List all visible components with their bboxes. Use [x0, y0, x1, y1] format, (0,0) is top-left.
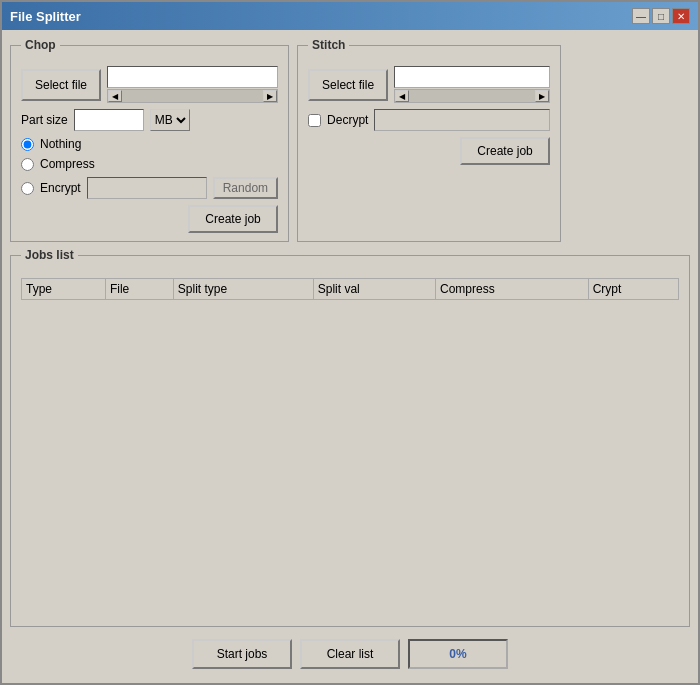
title-bar-buttons: — □ ✕ [632, 8, 690, 24]
stitch-select-file-button[interactable]: Select file [308, 69, 388, 101]
stitch-decrypt-row: Decrypt [308, 109, 550, 131]
stitch-scroll-left-icon[interactable]: ◀ [395, 90, 409, 102]
chop-file-path-container: ◀ ▶ [107, 66, 278, 103]
col-compress: Compress [436, 279, 589, 300]
chop-scroll-right-icon[interactable]: ▶ [263, 90, 277, 102]
chop-part-size-row: Part size MB KB GB [21, 109, 278, 131]
stitch-file-path-container: ◀ ▶ [394, 66, 550, 103]
chop-create-job-row: Create job [21, 205, 278, 233]
col-type: Type [22, 279, 106, 300]
close-button[interactable]: ✕ [672, 8, 690, 24]
radio-nothing[interactable] [21, 138, 34, 151]
radio-compress[interactable] [21, 158, 34, 171]
random-button[interactable]: Random [213, 177, 278, 199]
clear-list-button[interactable]: Clear list [300, 639, 400, 669]
minimize-button[interactable]: — [632, 8, 650, 24]
part-size-input[interactable] [74, 109, 144, 131]
radio-encrypt-row: Encrypt Random [21, 177, 278, 199]
main-window: File Splitter — □ ✕ Chop Select file [0, 0, 700, 685]
progress-display: 0% [408, 639, 508, 669]
radio-encrypt-label[interactable]: Encrypt [40, 181, 81, 195]
col-split-type: Split type [173, 279, 313, 300]
stitch-scroll-right-icon[interactable]: ▶ [535, 90, 549, 102]
chop-scroll-track [122, 90, 263, 102]
jobs-header-row: Type File Split type Split val Compress … [22, 279, 679, 300]
unit-select[interactable]: MB KB GB [150, 109, 190, 131]
chop-create-job-button[interactable]: Create job [188, 205, 278, 233]
col-split-val: Split val [313, 279, 435, 300]
radio-compress-label[interactable]: Compress [40, 157, 95, 171]
top-panels: Chop Select file ◀ ▶ [10, 38, 690, 242]
jobs-list-panel: Jobs list Type File Split type Split val… [10, 248, 690, 627]
radio-nothing-row: Nothing [21, 137, 278, 151]
stitch-inner: Select file ◀ ▶ Decry [308, 66, 550, 165]
bottom-bar: Start jobs Clear list 0% [10, 633, 690, 675]
main-content: Chop Select file ◀ ▶ [2, 30, 698, 683]
title-bar: File Splitter — □ ✕ [2, 2, 698, 30]
stitch-scrollbar[interactable]: ◀ ▶ [394, 89, 550, 103]
radio-compress-row: Compress [21, 157, 278, 171]
encrypt-password-input[interactable] [87, 177, 207, 199]
stitch-panel: Stitch Select file ◀ ▶ [297, 38, 561, 242]
chop-legend: Chop [21, 38, 60, 52]
chop-radio-group: Nothing Compress Encrypt Random [21, 137, 278, 199]
radio-nothing-label[interactable]: Nothing [40, 137, 81, 151]
jobs-table: Type File Split type Split val Compress … [21, 278, 679, 300]
chop-scroll-left-icon[interactable]: ◀ [108, 90, 122, 102]
col-crypt: Crypt [588, 279, 678, 300]
part-size-label: Part size [21, 113, 68, 127]
chop-file-path-input[interactable] [107, 66, 278, 88]
stitch-create-job-row: Create job [308, 137, 550, 165]
chop-file-row: Select file ◀ ▶ [21, 66, 278, 103]
stitch-create-job-button[interactable]: Create job [460, 137, 550, 165]
decrypt-password-input[interactable] [374, 109, 550, 131]
stitch-file-row: Select file ◀ ▶ [308, 66, 550, 103]
start-jobs-button[interactable]: Start jobs [192, 639, 292, 669]
maximize-button[interactable]: □ [652, 8, 670, 24]
jobs-table-container[interactable]: Type File Split type Split val Compress … [21, 270, 679, 618]
chop-select-file-button[interactable]: Select file [21, 69, 101, 101]
stitch-scroll-track [409, 90, 535, 102]
progress-value: 0% [449, 647, 466, 661]
radio-encrypt[interactable] [21, 182, 34, 195]
stitch-file-path-input[interactable] [394, 66, 550, 88]
jobs-list-legend: Jobs list [21, 248, 78, 262]
chop-inner: Select file ◀ ▶ Part size [21, 66, 278, 233]
jobs-table-header: Type File Split type Split val Compress … [22, 279, 679, 300]
window-title: File Splitter [10, 9, 81, 24]
stitch-legend: Stitch [308, 38, 349, 52]
decrypt-checkbox[interactable] [308, 114, 321, 127]
col-file: File [105, 279, 173, 300]
chop-panel: Chop Select file ◀ ▶ [10, 38, 289, 242]
decrypt-label[interactable]: Decrypt [327, 113, 368, 127]
chop-scrollbar[interactable]: ◀ ▶ [107, 89, 278, 103]
